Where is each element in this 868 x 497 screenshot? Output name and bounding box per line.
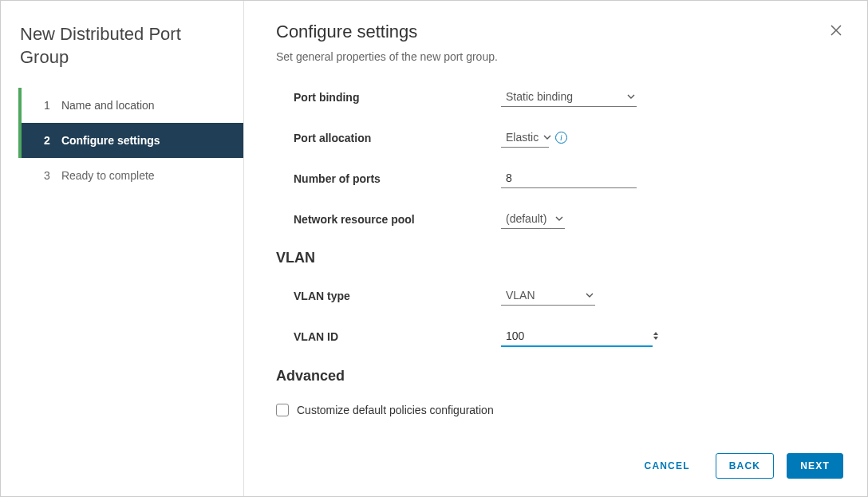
input-vlan-id-wrapper (501, 326, 653, 347)
select-vlan-type[interactable]: VLAN (501, 286, 595, 306)
select-value: (default) (506, 212, 546, 225)
main-header: Configure settings Set general propertie… (244, 1, 867, 71)
select-port-allocation[interactable]: Elastic (501, 128, 549, 148)
row-port-binding: Port binding Static binding (276, 87, 835, 107)
label-vlan-type: VLAN type (294, 290, 501, 302)
cancel-button[interactable]: CANCEL (632, 454, 703, 478)
next-button[interactable]: NEXT (787, 453, 843, 479)
form-content[interactable]: Port binding Static binding Port allocat… (244, 71, 867, 440)
back-button[interactable]: BACK (716, 453, 774, 479)
row-vlan-type: VLAN type VLAN (276, 286, 835, 306)
select-net-pool[interactable]: (default) (501, 209, 565, 229)
checkbox-customize-policies[interactable] (276, 404, 289, 416)
close-button[interactable] (829, 23, 843, 40)
wizard-steps: 1 Name and location 2 Configure settings… (1, 88, 243, 193)
input-vlan-id[interactable] (501, 326, 650, 345)
label-net-pool: Network resource pool (294, 213, 501, 226)
select-value: VLAN (506, 289, 535, 302)
info-icon[interactable]: i (555, 132, 567, 144)
step-label: Name and location (61, 99, 155, 112)
close-icon (829, 23, 843, 37)
step-num: 1 (44, 99, 58, 112)
label-vlan-id: VLAN ID (294, 330, 501, 343)
row-num-ports: Number of ports (276, 168, 835, 188)
wizard-dialog: New Distributed Port Group 1 Name and lo… (0, 0, 868, 497)
step-configure-settings[interactable]: 2 Configure settings (18, 123, 243, 158)
step-num: 3 (44, 169, 58, 182)
spinner-down-icon[interactable] (653, 336, 659, 341)
select-port-binding[interactable]: Static binding (501, 87, 637, 107)
chevron-down-icon (627, 90, 635, 103)
row-port-allocation: Port allocation Elastic i (276, 128, 835, 148)
input-num-ports[interactable] (501, 168, 637, 188)
section-vlan: VLAN (276, 250, 835, 266)
chevron-down-icon (543, 131, 551, 144)
step-label: Ready to complete (61, 169, 155, 182)
step-label: Configure settings (61, 134, 160, 147)
row-vlan-id: VLAN ID (276, 326, 835, 347)
wizard-main: Configure settings Set general propertie… (244, 1, 867, 496)
row-net-pool: Network resource pool (default) (276, 209, 835, 229)
label-num-ports: Number of ports (294, 172, 501, 185)
chevron-down-icon (586, 289, 594, 302)
label-customize-policies: Customize default policies configuration (297, 404, 494, 416)
page-title: Configure settings (276, 22, 835, 42)
label-port-allocation: Port allocation (294, 132, 501, 144)
select-value: Static binding (506, 90, 573, 103)
wizard-footer: CANCEL BACK NEXT (244, 440, 867, 496)
wizard-title: New Distributed Port Group (1, 23, 243, 88)
select-value: Elastic (506, 131, 539, 144)
spinner (650, 326, 661, 345)
step-ready-complete[interactable]: 3 Ready to complete (18, 158, 243, 193)
step-num: 2 (44, 134, 58, 147)
row-customize-policies: Customize default policies configuration (276, 404, 835, 416)
step-name-location[interactable]: 1 Name and location (18, 88, 243, 123)
page-subtitle: Set general properties of the new port g… (276, 50, 835, 63)
section-advanced: Advanced (276, 368, 835, 385)
label-port-binding: Port binding (294, 91, 501, 104)
dialog-body: New Distributed Port Group 1 Name and lo… (1, 1, 867, 496)
wizard-sidebar: New Distributed Port Group 1 Name and lo… (1, 1, 244, 496)
chevron-down-icon (555, 212, 563, 225)
